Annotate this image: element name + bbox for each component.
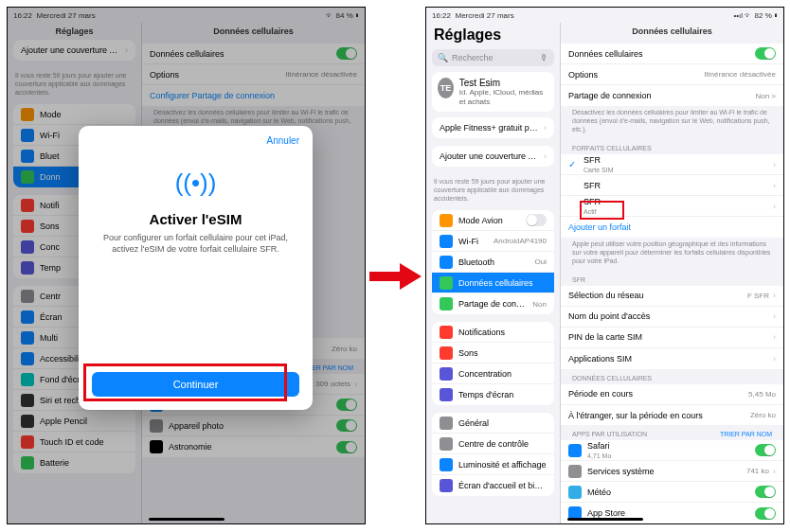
chevron-right-icon: › [544,151,547,161]
cellular-settings-pane: Données cellulaires Données cellulaires … [561,23,783,523]
settings-sidebar: Réglages 🔍Recherche🎙 TE Test Esim Id. Ap… [426,23,561,523]
sidebar-item-general[interactable]: Général [432,413,554,434]
chevron-right-icon: › [773,354,776,364]
pane-title: Données cellulaires [561,23,783,40]
toggles-icon [440,437,453,451]
row-usage-abroad[interactable]: À l'étranger, sur la période en coursZér… [561,405,783,426]
row-usage-period[interactable]: Période en cours5,45 Mo [561,384,783,405]
gear-icon [568,465,582,478]
speaker-icon [440,346,453,360]
row-sim-pin[interactable]: PIN de la carte SIM› [561,328,783,348]
status-date: Mercredi 27 mars [455,11,513,20]
sidebar-item-hotspot[interactable]: Partage de connexionNon [432,293,554,314]
moon-icon [440,367,453,381]
sidebar-item-wifi[interactable]: Wi-FiAndroidAP4190 [432,231,554,252]
home-indicator[interactable] [149,518,224,521]
wifi-icon [440,235,453,248]
sidebar-item-sounds[interactable]: Sons [432,343,554,364]
sidebar-title: Réglages [426,23,560,49]
sidebar-item-bluetooth[interactable]: BluetoothOui [432,252,554,273]
row-apn[interactable]: Nom du point d'accès› [561,307,783,328]
row-sim-apps[interactable]: Applications SIM› [561,348,783,369]
safari-icon [568,444,582,457]
sidebar-item-focus[interactable]: Concentration [432,364,554,384]
weather-icon [568,486,582,499]
row-app-services[interactable]: Services système741 ko› [561,461,783,482]
sort-link[interactable]: TRIER PAR NOM [720,431,772,437]
bluetooth-icon [440,256,453,269]
wifi-icon: ᯤ [745,11,752,20]
row-cellular-data[interactable]: Données cellulaires [561,44,783,64]
status-time: 16:22 [432,11,451,20]
row-plan-sfr-2[interactable]: SFR› [561,175,783,196]
chevron-right-icon: › [773,291,776,300]
hourglass-icon [440,388,453,401]
gear-icon [440,417,453,430]
chevron-right-icon: › [773,181,776,190]
sidebar-item-control-center[interactable]: Centre de contrôle [432,434,554,454]
avatar: TE [438,78,454,98]
grid-icon [440,479,453,492]
mic-icon: 🎙 [540,53,548,62]
account-row[interactable]: TE Test Esim Id. Apple, iCloud, médias e… [432,72,554,112]
modal-title: Activer l'eSIM [150,211,242,227]
battery-level: 82 % [755,11,772,20]
brightness-icon [440,458,453,471]
chevron-right-icon: › [544,123,547,133]
plans-header: FORFAITS CELLULAIRES [561,139,783,154]
right-device-frame: 16:22 Mercredi 27 mars ••ıl ᯤ 82 % ▮ Rég… [425,7,784,524]
chevron-right-icon: › [773,332,776,342]
apps-header: APPS PAR UTILISATIONTRIER PAR NOM [561,425,783,440]
geo-note: Apple peut utiliser votre position géogr… [561,238,783,271]
signal-icon: ••ıl [733,11,743,20]
toggle[interactable] [755,444,776,456]
home-indicator[interactable] [567,518,643,521]
antenna-icon: ((•)) [175,168,217,198]
left-device-frame: 16:22 Mercredi 27 mars ᯤ 84 % ▮ Réglages… [7,7,366,524]
row-plan-sfr-3[interactable]: SFRActif› [561,196,783,217]
magnifier-icon: 🔍 [438,53,448,62]
chevron-right-icon: › [773,202,776,211]
cellular-note: Désactivez les données cellulaires pour … [561,106,783,139]
carrier-header: SFR [561,271,783,286]
sidebar-item-cellular[interactable]: Données cellulaires [432,273,554,293]
row-app-safari[interactable]: Safari4,71 Mo [561,440,783,461]
usage-header: DONNÉES CELLULAIRES [561,369,783,384]
sidebar-item-notifications[interactable]: Notifications [432,322,554,343]
check-icon: ✓ [568,159,580,169]
chevron-right-icon: › [773,311,776,321]
fitness-promo[interactable]: Apple Fitness+ gratuit pendant 3 mois› [432,117,554,138]
red-arrow-icon [369,263,422,290]
toggle[interactable] [755,507,776,520]
account-detail: Id. Apple, iCloud, médias et achats [459,88,548,106]
bell-icon [440,326,453,339]
airplane-icon [440,214,453,227]
toggle[interactable] [755,486,776,498]
chevron-right-icon: › [773,160,776,169]
sidebar-item-homescreen[interactable]: Écran d'accueil et bibliothèque d'apps [432,475,554,496]
cellular-toggle[interactable] [755,47,776,60]
applecare-group[interactable]: Ajouter une couverture AppleCare+› [432,146,554,167]
continue-button[interactable]: Continuer [92,372,299,397]
chevron-right-icon: › [773,467,776,476]
modal-text: Pour configurer un forfait cellulaire po… [92,233,299,255]
applecare-note: Il vous reste 59 jours pour ajouter une … [426,174,560,210]
row-add-plan[interactable]: Ajouter un forfait [561,217,783,238]
status-bar: 16:22 Mercredi 27 mars ••ıl ᯤ 82 % ▮ [426,8,783,23]
esim-activation-modal: Annuler ((•)) Activer l'eSIM Pour config… [79,126,313,410]
row-network-selection[interactable]: Sélection du réseauF SFR› [561,286,783,307]
sidebar-item-screentime[interactable]: Temps d'écran [432,384,554,405]
search-input[interactable]: 🔍Recherche🎙 [432,49,554,66]
cancel-button[interactable]: Annuler [267,135,299,146]
sidebar-item-display[interactable]: Luminosité et affichage [432,454,554,475]
row-plan-sfr-1[interactable]: ✓SFRCarte SIM› [561,154,783,175]
sidebar-item-airplane[interactable]: Mode Avion [432,210,554,231]
airplane-toggle[interactable] [526,214,547,226]
account-name: Test Esim [459,78,548,88]
row-options[interactable]: OptionsItinérance désactivée [561,64,783,85]
battery-icon: ▮ [774,11,778,20]
row-hotspot[interactable]: Partage de connexionNon > [561,85,783,106]
hotspot-icon [440,297,453,310]
antenna-icon [440,276,453,290]
row-app-weather[interactable]: Météo [561,482,783,503]
